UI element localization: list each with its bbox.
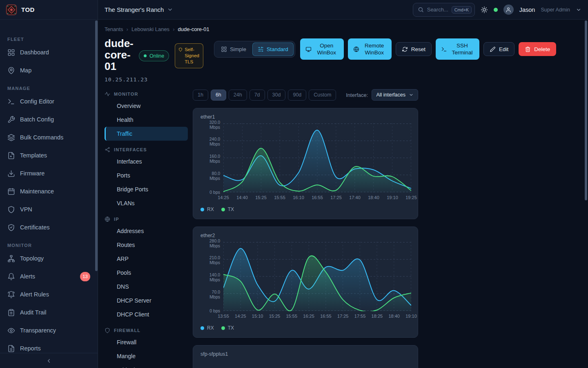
sidebar-item-transparency[interactable]: Transparency (5, 321, 93, 339)
avatar[interactable] (503, 4, 514, 15)
view-mode-label: Standard (267, 46, 288, 52)
sidebar-item-vpn[interactable]: VPN (5, 200, 93, 218)
x-axis-tick: 17:40 (349, 195, 361, 200)
search-input[interactable]: Search... Cmd+K (413, 3, 475, 17)
range-7d[interactable]: 7d (249, 90, 265, 101)
chevron-down-icon (167, 7, 173, 13)
tenant-selector[interactable]: The Stranger's Ranch (105, 6, 173, 13)
sidebar-item-certificates[interactable]: Certificates (5, 218, 93, 236)
legend-label: RX (207, 325, 214, 331)
sidebar-item-alert-rules[interactable]: Alert Rules (5, 285, 93, 303)
sidebar-item-topology[interactable]: Topology (5, 249, 93, 267)
subnav-item-ports[interactable]: Ports (105, 168, 188, 182)
edit-button[interactable]: Edit (483, 42, 514, 56)
subnav-item-arp[interactable]: ARP (105, 252, 188, 266)
subnav-item-dhcp-server[interactable]: DHCP Server (105, 294, 188, 307)
sidebar-item-label: Transparency (20, 327, 90, 334)
sidebar-item-label: Alerts (20, 273, 75, 280)
trash-icon (525, 46, 531, 52)
subnav-item-bridge-ports[interactable]: Bridge Ports (105, 182, 188, 196)
status-dot (494, 8, 498, 12)
y-axis-tick: 80.0Mbps (209, 171, 220, 181)
delete-button[interactable]: Delete (519, 42, 556, 56)
x-axis-tick: 15:25 (269, 314, 281, 319)
breadcrumb-item[interactable]: Lebowski Lanes (131, 26, 169, 32)
subnav-group-firewall: FIREWALLFirewallMangleAddr Lists (105, 325, 188, 368)
topbar: TOD The Stranger's Ranch Search... Cmd+K… (0, 0, 588, 20)
x-axis-tick: 19:25 (405, 195, 417, 200)
sidebar-item-maintenance[interactable]: Maintenance (5, 182, 93, 200)
sidebar-collapse-button[interactable] (0, 353, 98, 368)
sidebar-item-dashboard[interactable]: Dashboard (5, 43, 93, 61)
globe-icon (353, 46, 359, 52)
range-custom[interactable]: Custom (309, 90, 336, 101)
range-30d[interactable]: 30d (267, 90, 286, 101)
sidebar-item-batch-config[interactable]: Batch Config (5, 110, 93, 128)
sidebar-item-map[interactable]: Map (5, 61, 93, 79)
view-mode-standard[interactable]: Standard (252, 43, 294, 56)
file-text-icon (7, 345, 15, 352)
subnav-item-dns[interactable]: DNS (105, 280, 188, 294)
time-range-group: 1h6h24h7d30d90dCustom (193, 90, 336, 101)
subnav-item-pools[interactable]: Pools (105, 266, 188, 280)
range-6h[interactable]: 6h (211, 90, 226, 101)
theme-toggle-sun-icon[interactable] (481, 6, 488, 13)
chart-x-axis: 13:5514:2515:1015:2515:5516:2516:5517:25… (223, 314, 411, 320)
subnav-item-vlans[interactable]: VLANs (105, 196, 188, 210)
interface-select[interactable]: All interfaces (372, 89, 418, 101)
chart-plot-row: 280.0Mbps210.0Mbps140.0Mbps70.0Mbps0 bps (200, 242, 410, 311)
subnav-item-overview[interactable]: Overview (105, 99, 188, 113)
app-logo-icon (6, 4, 17, 16)
sidebar-item-label: VPN (20, 206, 90, 213)
sidebar-item-bulk-commands[interactable]: Bulk Commands (5, 128, 93, 146)
topbar-main: The Stranger's Ranch Search... Cmd+K Jas… (98, 0, 588, 19)
subnav-item-firewall[interactable]: Firewall (105, 335, 188, 349)
sidebar-item-label: Reports (20, 345, 90, 352)
open-winbox-button[interactable]: Open WinBox (300, 38, 344, 60)
pencil-icon (490, 46, 496, 52)
x-axis-tick: 17:25 (337, 314, 349, 319)
bell-icon (7, 273, 15, 280)
x-axis-tick: 17:25 (330, 195, 342, 200)
view-mode-label: Simple (230, 46, 246, 52)
y-axis-tick: 210.0Mbps (209, 255, 220, 265)
range-1h[interactable]: 1h (193, 90, 208, 101)
sidebar-item-audit-trail[interactable]: Audit Trail (5, 303, 93, 321)
subnav-item-dhcp-client[interactable]: DHCP Client (105, 307, 188, 321)
reset-button[interactable]: Reset (396, 42, 432, 56)
sidebar-item-templates[interactable]: Templates (5, 146, 93, 164)
subnav-group-header: INTERFACES (105, 145, 188, 155)
subnav-group-label: INTERFACES (114, 147, 147, 152)
subnav-item-routes[interactable]: Routes (105, 238, 188, 252)
subnav-item-addr-lists[interactable]: Addr Lists (105, 363, 188, 368)
x-axis-tick: 14:25 (235, 314, 246, 319)
sidebar-item-label: Bulk Commands (20, 134, 90, 141)
header-controls: SimpleStandard Open WinBoxRemote WinBoxR… (214, 38, 556, 60)
legend-tx: TX (221, 206, 234, 212)
breadcrumb-separator: › (127, 26, 128, 32)
subnav-group-interfaces: INTERFACESInterfacesPortsBridge PortsVLA… (105, 145, 188, 210)
subnav-item-addresses[interactable]: Addresses (105, 224, 188, 238)
activity-icon (105, 91, 110, 97)
range-90d[interactable]: 90d (288, 90, 306, 101)
subnav-item-interfaces[interactable]: Interfaces (105, 155, 188, 168)
sidebar-item-firmware[interactable]: Firmware (5, 164, 93, 182)
x-axis-tick: 16:25 (303, 314, 314, 319)
remote-winbox-button[interactable]: Remote WinBox (348, 38, 392, 60)
topology-icon (7, 255, 15, 263)
page-scrollbar[interactable] (585, 20, 587, 200)
sidebar-scrollbar[interactable] (95, 20, 98, 271)
eye-icon (7, 327, 15, 334)
range-24h[interactable]: 24h (229, 90, 247, 101)
subnav-item-health[interactable]: Health (105, 113, 188, 127)
user-menu-chevron-down-icon[interactable] (576, 7, 581, 13)
view-mode-simple[interactable]: Simple (216, 43, 252, 56)
page-title: dude-core-01 (105, 38, 139, 72)
dashboard-icon (7, 49, 15, 56)
ssh-terminal-button[interactable]: SSH Terminal (436, 38, 479, 60)
subnav-item-mangle[interactable]: Mangle (105, 349, 188, 363)
sidebar-item-alerts[interactable]: Alerts13 (5, 267, 93, 285)
sidebar-item-config-editor[interactable]: Config Editor (5, 92, 93, 110)
subnav-item-traffic[interactable]: Traffic (105, 127, 188, 141)
breadcrumb-item[interactable]: Tenants (105, 26, 123, 32)
